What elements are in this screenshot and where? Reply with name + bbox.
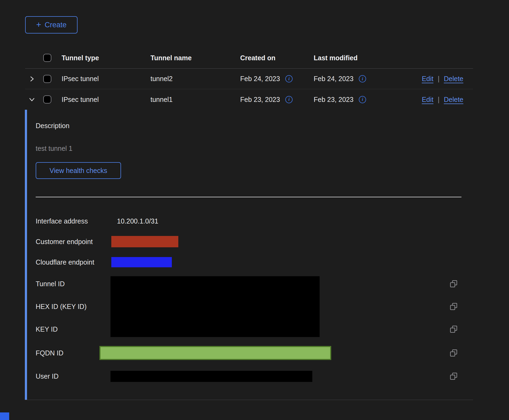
copy-tunnel-id-button[interactable]: [450, 280, 473, 288]
column-header-tunnel-name: Tunnel name: [150, 54, 240, 62]
table-header-row: Tunnel type Tunnel name Created on Last …: [25, 47, 473, 69]
actions-separator: |: [438, 75, 440, 83]
info-icon[interactable]: i: [285, 96, 293, 103]
edit-link[interactable]: Edit: [422, 75, 433, 83]
fqdn-id-redacted-value: [99, 346, 331, 360]
expanded-row-panel: Description test tunnel 1 View health ch…: [25, 110, 473, 400]
chevron-down-icon[interactable]: [28, 96, 35, 103]
cloudflare-endpoint-redacted-value: [111, 257, 172, 267]
copy-key-id-button[interactable]: [450, 325, 473, 333]
tunnels-table: Tunnel type Tunnel name Created on Last …: [25, 47, 473, 110]
actions-separator: |: [438, 96, 440, 104]
select-all-checkbox[interactable]: [43, 54, 51, 62]
create-button-label: Create: [45, 21, 66, 29]
section-divider: [36, 197, 461, 197]
customer-endpoint-redacted-value: [111, 236, 178, 247]
column-header-last-modified: Last modified: [314, 54, 389, 62]
table-row: IPsec tunnel tunnel1 Feb 23, 2023 i Feb …: [25, 89, 473, 110]
last-modified-cell: Feb 24, 2023: [314, 75, 353, 83]
copy-fqdn-id-button[interactable]: [450, 349, 473, 357]
created-on-cell: Feb 23, 2023: [240, 96, 280, 104]
copy-icon: [450, 302, 458, 311]
user-id-label: User ID: [36, 372, 110, 380]
description-label: Description: [36, 122, 473, 130]
info-icon[interactable]: i: [359, 96, 366, 103]
tunnel-details: Interface address 10.200.1.0/31 Customer…: [36, 211, 473, 387]
hex-id-label: HEX ID (KEY ID): [36, 303, 110, 311]
edit-link[interactable]: Edit: [422, 96, 433, 104]
view-health-checks-button[interactable]: View health checks: [36, 162, 121, 179]
interface-address-value: 10.200.1.0/31: [110, 217, 450, 225]
row-checkbox[interactable]: [43, 75, 51, 83]
cloudflare-endpoint-label: Cloudflare endpoint: [36, 258, 110, 266]
tunnel-id-label: Tunnel ID: [36, 280, 110, 288]
corner-accent: [0, 412, 9, 420]
copy-user-id-button[interactable]: [450, 372, 473, 380]
tunnel-type-cell: IPsec tunnel: [62, 96, 150, 104]
user-id-redacted-value: [110, 371, 312, 382]
tunnel-name-cell: tunnel2: [150, 75, 240, 83]
tunnel-type-cell: IPsec tunnel: [62, 75, 150, 83]
column-header-tunnel-type: Tunnel type: [62, 54, 150, 62]
info-icon[interactable]: i: [285, 75, 293, 82]
tunnels-page: + Create Tunnel type Tunnel name Created…: [0, 0, 509, 420]
customer-endpoint-label: Customer endpoint: [36, 238, 110, 246]
tunnel-name-cell: tunnel1: [150, 96, 240, 104]
info-icon[interactable]: i: [359, 75, 366, 82]
table-row: IPsec tunnel tunnel2 Feb 24, 2023 i Feb …: [25, 69, 473, 89]
description-value: test tunnel 1: [36, 144, 473, 152]
key-id-label: KEY ID: [36, 325, 110, 333]
copy-icon: [450, 280, 458, 288]
copy-hex-id-button[interactable]: [450, 302, 473, 311]
copy-icon: [450, 372, 458, 380]
create-button[interactable]: + Create: [25, 16, 78, 34]
delete-link[interactable]: Delete: [444, 75, 463, 83]
last-modified-cell: Feb 23, 2023: [314, 96, 353, 104]
chevron-right-icon[interactable]: [28, 75, 35, 82]
created-on-cell: Feb 24, 2023: [240, 75, 280, 83]
delete-link[interactable]: Delete: [444, 96, 463, 104]
copy-icon: [450, 349, 458, 357]
row-checkbox[interactable]: [43, 95, 51, 104]
expanded-row-indicator-bar: [25, 110, 27, 400]
plus-icon: +: [36, 20, 41, 29]
ids-redacted-value: [110, 276, 320, 337]
copy-icon: [450, 325, 458, 333]
column-header-created-on: Created on: [240, 54, 314, 62]
interface-address-label: Interface address: [36, 217, 110, 225]
